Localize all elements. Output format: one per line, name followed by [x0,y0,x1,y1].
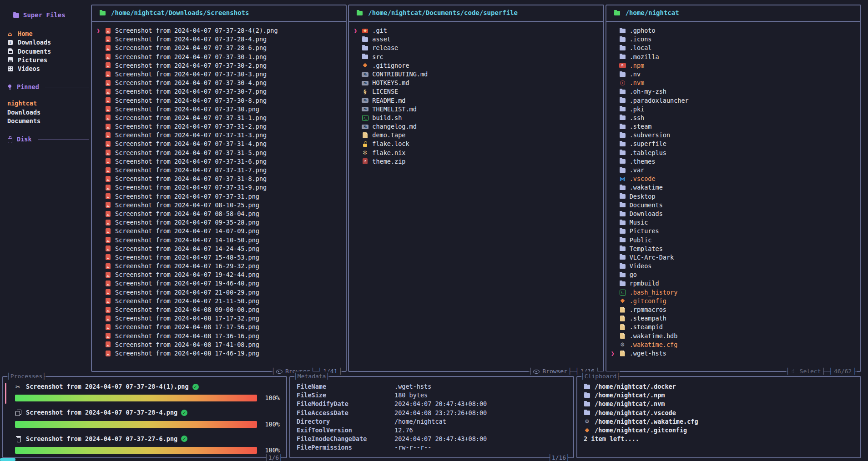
clipboard-item[interactable]: /home/nightcat/.vscode [584,409,854,417]
file-row[interactable]: ❯ .paradoxlauncher [611,96,858,105]
file-row[interactable]: ❯ Screenshot from 2024-04-07 07-37-31-8.… [96,175,343,183]
file-row[interactable]: ❯ Screenshot from 2024-04-07 07-37-30-4.… [96,79,343,87]
sidebar-item[interactable]: Downloads [7,38,91,47]
file-row[interactable]: ❯ Screenshot from 2024-04-07 08-58-04.pn… [96,210,343,218]
clipboard-item[interactable]: /home/nightcat/.docker [584,382,854,391]
file-row[interactable]: ❯ Screenshot from 2024-04-07 07-37-28-6.… [96,44,343,52]
file-row[interactable]: ❯ changelog.md [353,122,600,131]
file-row[interactable]: ❯ Screenshot from 2024-04-07 07-37-31-5.… [96,149,343,157]
file-row[interactable]: ❯ .steampath [611,314,858,323]
file-row[interactable]: ❯ .git [353,26,600,35]
clipboard-item[interactable]: /home/nightcat/.wakatime.cfg [584,417,854,426]
file-row[interactable]: ❯ Documents [611,201,858,210]
file-row[interactable]: ❯ asset [353,35,600,44]
file-row[interactable]: ❯ release [353,44,600,52]
file-row[interactable]: ❯ Screenshot from 2024-04-08 17-17-56.pn… [96,323,343,331]
file-row[interactable]: ❯ .gitconfig [611,297,858,306]
sidebar-item[interactable]: Home [7,30,91,38]
file-row[interactable]: ❯ .steam [611,122,858,131]
file-row[interactable]: ❯ .icons [611,35,858,44]
file-row[interactable]: ❯ Screenshot from 2024-04-08 09-00-00.pn… [96,306,343,314]
file-row[interactable]: ❯ Screenshot from 2024-04-07 19-42-44.pn… [96,271,343,279]
file-row[interactable]: ❯ .var [611,166,858,175]
file-row[interactable]: ❯ Screenshot from 2024-04-07 16-29-32.pn… [96,262,343,271]
file-row[interactable]: ❯ Screenshot from 2024-04-07 07-37-31-7.… [96,166,343,175]
file-row[interactable]: ❯ Downloads [611,210,858,218]
file-row[interactable]: ❯ Public [611,236,858,245]
file-row[interactable]: ❯ demo.tape [353,131,600,140]
process-item[interactable]: Screenshot from 2024-04-07 07-37-27-6.pn… [10,435,280,455]
file-row[interactable]: ❯ Screenshot from 2024-04-08 17-36-16.pn… [96,332,343,341]
file-row[interactable]: ❯ .nvm [611,79,858,87]
file-row[interactable]: ❯ Screenshot from 2024-04-08 17-46-19.pn… [96,349,343,358]
file-row[interactable]: ❯ Screenshot from 2024-04-08 17-41-08.pn… [96,341,343,349]
file-row[interactable]: ❯ .local [611,44,858,52]
file-row[interactable]: ❯ theme.zip [353,157,600,166]
file-row[interactable]: ❯ Screenshot from 2024-04-07 14-24-45.pn… [96,245,343,253]
file-row[interactable]: ❯ Videos [611,262,858,271]
file-row[interactable]: ❯ Screenshot from 2024-04-07 21-11-50.pn… [96,297,343,306]
sidebar-item[interactable]: Pictures [7,56,91,65]
file-row[interactable]: ❯ .tableplus [611,149,858,157]
file-row[interactable]: ❯ Screenshot from 2024-04-07 21-00-29.pn… [96,288,343,297]
file-row[interactable]: ❯ Screenshot from 2024-04-07 19-46-40.pn… [96,279,343,288]
file-row[interactable]: ❯ Screenshot from 2024-04-07 07-37-31-1.… [96,114,343,122]
file-row[interactable]: ❯ .mozilla [611,53,858,61]
file-row[interactable]: ❯ Screenshot from 2024-04-07 14-10-50.pn… [96,236,343,245]
file-row[interactable]: ❯ .pki [611,105,858,114]
file-row[interactable]: ❯ build.sh [353,114,600,122]
file-row[interactable]: ❯ Screenshot from 2024-04-07 07-37-31-4.… [96,140,343,148]
file-row[interactable]: ❯ Screenshot from 2024-04-07 07-37-31-6.… [96,157,343,166]
sidebar-item[interactable]: Videos [7,65,91,73]
file-row[interactable]: ❯ flake.nix [353,149,600,157]
file-row[interactable]: ❯ .oh-my-zsh [611,87,858,96]
file-row[interactable]: ❯ .steampid [611,323,858,331]
file-row[interactable]: ❯ rpmbuild [611,279,858,288]
sidebar-pinned-item[interactable]: Downloads [7,108,91,117]
file-row[interactable]: ❯ .wakatime.cfg [611,341,858,349]
clipboard-item[interactable]: /home/nightcat/.npm [584,391,854,400]
file-row[interactable]: ❯ Screenshot from 2024-04-07 07-37-31-3.… [96,131,343,140]
file-row[interactable]: ❯ Screenshot from 2024-04-07 14-07-09.pn… [96,227,343,236]
file-row[interactable]: ❯ .wakatime [611,183,858,192]
file-row[interactable]: ❯ CONTRIBUTING.md [353,70,600,79]
file-row[interactable]: ❯ .gitignore [353,61,600,70]
file-row[interactable]: ❯ .nv [611,70,858,79]
file-row[interactable]: ❯ .npm [611,61,858,70]
file-row[interactable]: ❯ Screenshot from 2024-04-07 07-37-30-8.… [96,96,343,105]
file-row[interactable]: ❯ .rpmmacros [611,306,858,314]
sidebar-pinned-item[interactable]: Documents [7,117,91,125]
file-row[interactable]: ❯ Screenshot from 2024-04-07 07-37-30-3.… [96,70,343,79]
file-row[interactable]: ❯ LICENSE [353,87,600,96]
file-row[interactable]: ❯ HOTKEYS.md [353,79,600,87]
file-row[interactable]: ❯ README.md [353,96,600,105]
file-row[interactable]: ❯ Pictures [611,227,858,236]
file-row[interactable]: ❯ .subversion [611,131,858,140]
file-row[interactable]: ❯ THEMELIST.md [353,105,600,114]
file-row[interactable]: ❯ Screenshot from 2024-04-07 07-37-30-7.… [96,87,343,96]
file-row[interactable]: ❯ flake.lock [353,140,600,148]
file-row[interactable]: ❯ Templates [611,245,858,253]
file-row[interactable]: ❯ .wakatime.bdb [611,332,858,341]
file-row[interactable]: ❯ Desktop [611,192,858,201]
file-row[interactable]: ❯ go [611,271,858,279]
file-row[interactable]: ❯ Screenshot from 2024-04-07 15-48-53.pn… [96,253,343,262]
file-row[interactable]: ❯ .bash_history [611,288,858,297]
file-row[interactable]: ❯ Screenshot from 2024-04-07 07-37-30-1.… [96,53,343,61]
file-row[interactable]: ❯ .ssh [611,114,858,122]
file-row[interactable]: ❯ .themes [611,157,858,166]
file-row[interactable]: ❯ src [353,53,600,61]
file-row[interactable]: ❯ .wget-hsts [611,349,858,358]
file-row[interactable]: ❯ .vscode [611,175,858,183]
file-row[interactable]: ❯ Screenshot from 2024-04-07 07-37-31.pn… [96,192,343,201]
file-row[interactable]: ❯ Screenshot from 2024-04-07 09-35-28.pn… [96,218,343,227]
file-row[interactable]: ❯ Screenshot from 2024-04-07 08-10-25.pn… [96,201,343,210]
file-row[interactable]: ❯ Screenshot from 2024-04-07 07-37-31-9.… [96,183,343,192]
clipboard-item[interactable]: /home/nightcat/.gitconfig [584,426,854,435]
clipboard-item[interactable]: /home/nightcat/.nvm [584,400,854,408]
file-row[interactable]: ❯ Screenshot from 2024-04-07 07-37-28-4.… [96,35,343,44]
file-row[interactable]: ❯ .gphoto [611,26,858,35]
process-item[interactable]: Screenshot from 2024-04-07 07-37-28-4(1)… [10,382,280,402]
file-row[interactable]: ❯ Screenshot from 2024-04-07 07-37-31-2.… [96,122,343,131]
file-row[interactable]: ❯ Screenshot from 2024-04-07 07-37-30.pn… [96,105,343,114]
